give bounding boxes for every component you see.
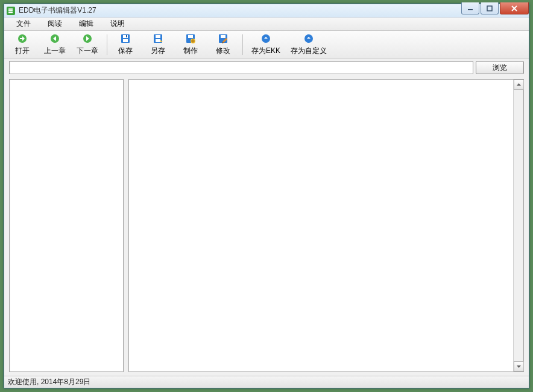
close-icon [511,5,518,11]
chevron-up-icon [516,82,522,87]
svg-rect-10 [156,35,160,38]
arrow-right-icon [82,33,93,45]
scroll-down-button[interactable] [514,361,524,371]
svg-rect-11 [156,39,160,42]
minimize-button[interactable] [461,2,479,14]
editor-pane[interactable] [129,80,513,371]
editor-scrollbar[interactable] [513,80,523,371]
save-label: 保存 [118,46,133,56]
modify-label: 修改 [216,46,230,56]
next-chapter-button[interactable]: 下一章 [74,32,101,57]
open-folder-icon [17,33,28,45]
status-text: 欢迎使用, 2014年8月29日 [8,377,90,387]
save-icon [120,33,131,45]
prev-chapter-label: 上一章 [44,46,66,56]
browse-button[interactable]: 浏览 [476,61,524,74]
maximize-button[interactable] [481,2,499,14]
menu-file[interactable]: 文件 [8,17,39,30]
open-label: 打开 [15,46,30,56]
toolbar-separator [107,34,107,55]
svg-rect-16 [221,35,226,38]
app-window: EDD电子书编辑器V1.27 文件 阅读 编辑 说明 打开 [4,4,529,388]
path-bar: 浏览 [4,58,529,77]
disk-custom-icon [303,33,314,45]
build-button[interactable]: 制作 [177,32,204,57]
titlebar[interactable]: EDD电子书编辑器V1.27 [4,4,529,17]
chevron-down-icon [516,364,522,369]
arrow-left-icon [49,33,60,45]
next-chapter-label: 下一章 [77,46,98,56]
svg-rect-8 [126,35,127,37]
chapter-list-pane[interactable] [9,79,124,372]
close-button[interactable] [500,2,529,14]
editor-pane-wrap [128,79,524,372]
open-button[interactable]: 打开 [9,32,36,57]
window-buttons [460,2,529,14]
window-title: EDD电子书编辑器V1.27 [19,5,96,16]
prev-chapter-button[interactable]: 上一章 [42,32,68,57]
save-ekk-button[interactable]: 存为EKK [248,32,284,57]
menu-help[interactable]: 说明 [102,17,133,30]
minimize-icon [467,5,473,11]
save-custom-button[interactable]: 存为自定义 [290,32,327,57]
disk-icon [260,33,271,45]
build-label: 制作 [183,46,198,56]
toolbar: 打开 上一章 下一章 保存 另存 [4,31,529,58]
main-area [4,77,529,376]
menubar: 文件 阅读 编辑 说明 [4,17,529,31]
save-ekk-label: 存为EKK [251,46,280,56]
menu-edit[interactable]: 编辑 [71,17,102,30]
modify-icon [218,33,229,45]
svg-rect-0 [468,9,473,10]
save-as-icon [153,33,163,45]
maximize-icon [487,5,493,11]
save-button[interactable]: 保存 [112,32,139,57]
svg-rect-7 [123,39,128,42]
svg-rect-1 [487,6,492,11]
save-custom-label: 存为自定义 [291,46,327,56]
modify-button[interactable]: 修改 [210,32,236,57]
toolbar-separator [242,34,243,55]
build-icon [185,33,196,45]
svg-rect-13 [188,35,193,38]
statusbar: 欢迎使用, 2014年8月29日 [4,376,529,388]
save-as-button[interactable]: 另存 [145,32,171,57]
app-icon [7,7,15,15]
save-as-label: 另存 [151,46,165,56]
scroll-up-button[interactable] [514,80,524,90]
path-input[interactable] [9,61,473,74]
menu-read[interactable]: 阅读 [39,17,71,30]
